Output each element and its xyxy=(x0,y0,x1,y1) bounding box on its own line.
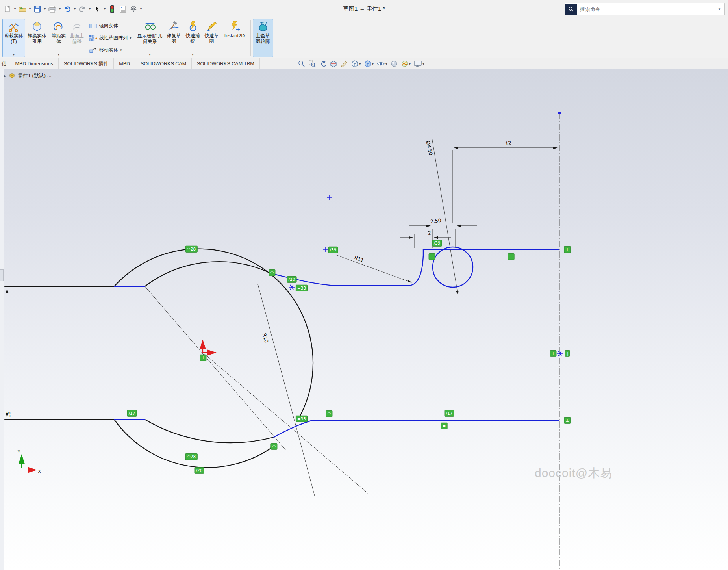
dimension-lines[interactable] xyxy=(7,148,557,417)
task-pane-button[interactable] xyxy=(118,3,128,15)
display-style-button[interactable]: ▾ xyxy=(364,60,374,68)
sketch-origin[interactable] xyxy=(202,340,216,353)
sketch-point-asterisk[interactable] xyxy=(557,351,563,356)
tab-solidworks-cam[interactable]: SOLIDWORKS CAM xyxy=(135,58,192,69)
relation-badge[interactable]: =33 xyxy=(296,285,308,291)
relation-badge[interactable]: ◠28 xyxy=(185,453,198,460)
sketch-point-plus[interactable] xyxy=(323,247,328,252)
search-box[interactable]: ▾ xyxy=(565,3,725,15)
blue-bottom-line[interactable] xyxy=(274,420,559,437)
chevron-down-icon[interactable]: ▾ xyxy=(409,62,411,66)
equal-relation-badge[interactable]: = xyxy=(441,423,448,429)
outer-top-arc[interactable] xyxy=(114,249,313,416)
relation-badge[interactable]: ⊥ xyxy=(550,350,556,357)
relation-badge[interactable]: ∕20 xyxy=(195,467,204,474)
sketch-point-asterisk[interactable] xyxy=(289,285,295,290)
relation-badge[interactable]: =33 xyxy=(296,416,308,422)
surface-offset-button[interactable]: 曲面上偏移 xyxy=(69,19,85,57)
chevron-down-icon[interactable]: ▾ xyxy=(43,7,47,11)
relation-badge[interactable]: ∕39 xyxy=(328,247,338,253)
tab-solidworks-addins[interactable]: SOLIDWORKS 插件 xyxy=(59,58,114,69)
outer-bottom-arc[interactable] xyxy=(114,420,274,468)
profile-blue-geometry[interactable] xyxy=(114,247,559,437)
diameter-leader-line[interactable] xyxy=(432,138,458,295)
repair-sketch-button[interactable]: 修复草图 xyxy=(165,19,183,57)
relation-badge[interactable]: ◠28 xyxy=(185,246,198,253)
display-delete-relations-button[interactable]: 显示/删除几何关系 ▾ xyxy=(135,19,165,57)
chevron-down-icon[interactable]: ▾ xyxy=(88,7,92,11)
equal-relation-badge[interactable]: = xyxy=(508,253,515,260)
diameter-construction-line[interactable] xyxy=(145,286,286,450)
origin-relation-badge[interactable]: ⊥ xyxy=(200,355,206,361)
annotation-view-button[interactable] xyxy=(340,60,348,68)
tab-evaluate[interactable]: 估 xyxy=(0,58,10,69)
inner-top-arc[interactable] xyxy=(145,262,271,286)
dimension-15[interactable]: 15 xyxy=(6,411,11,418)
chevron-down-icon[interactable]: ▾ xyxy=(385,62,387,66)
new-document-button[interactable] xyxy=(2,3,13,15)
chevron-down-icon[interactable]: ▾ xyxy=(13,52,15,56)
tangent-relation-badge[interactable]: ◠ xyxy=(270,443,277,450)
construction-lines[interactable] xyxy=(145,138,458,497)
feature-tree-root[interactable]: ▶ 零件1 (默认) ... xyxy=(3,72,52,79)
previous-view-button[interactable] xyxy=(319,60,327,68)
relation-badge[interactable]: ⊥ xyxy=(564,246,571,253)
parallel-relation-badge[interactable]: ∥ xyxy=(565,350,570,357)
edit-appearance-button[interactable] xyxy=(390,60,398,68)
search-input[interactable] xyxy=(579,6,717,13)
convert-entities-button[interactable]: 转换实体引用 xyxy=(25,19,49,57)
tangent-relation-badge[interactable]: ◠ xyxy=(269,269,275,276)
chevron-down-icon[interactable]: ▾ xyxy=(28,7,32,11)
sketch-canvas[interactable]: Y X xyxy=(0,69,728,570)
tab-solidworks-cam-tbm[interactable]: SOLIDWORKS CAM TBM xyxy=(192,58,260,69)
tab-mbd[interactable]: MBD xyxy=(114,58,135,69)
mirror-entities-button[interactable]: 镜向实体 xyxy=(87,22,133,30)
rebuild-button[interactable] xyxy=(107,3,117,15)
rapid-sketch-button[interactable]: 快速草图 xyxy=(203,19,221,57)
chevron-down-icon[interactable]: ▾ xyxy=(717,7,721,11)
chevron-down-icon[interactable]: ▾ xyxy=(149,52,151,56)
move-entities-button[interactable]: 移动实体 ▾ xyxy=(87,46,133,54)
instant2d-button[interactable]: Instant2D xyxy=(221,19,248,57)
print-button[interactable] xyxy=(47,3,57,15)
chevron-down-icon[interactable]: ▾ xyxy=(103,7,107,11)
sketch-point-marks[interactable] xyxy=(289,195,563,356)
open-button[interactable] xyxy=(17,3,28,15)
dimension-2[interactable]: 2 xyxy=(428,230,432,236)
tangent-relation-badge[interactable]: ◠ xyxy=(326,410,332,417)
dimension-12[interactable]: 12 xyxy=(505,140,512,147)
quick-snaps-button[interactable]: 快速捕捉 ▾ xyxy=(183,19,203,57)
apply-scene-button[interactable]: ▾ xyxy=(401,60,411,68)
chevron-down-icon[interactable]: ▾ xyxy=(13,7,17,11)
section-view-button[interactable] xyxy=(330,60,337,68)
profile-black-geometry[interactable] xyxy=(5,249,313,468)
graphics-area[interactable]: Y X 15 12 Ø4.50 2.50 2 R11 R10 ◠28 ∕39 ∕… xyxy=(0,69,728,570)
view-settings-button[interactable]: ▾ xyxy=(413,60,424,68)
small-circle[interactable] xyxy=(433,247,473,287)
save-button[interactable] xyxy=(32,3,43,15)
r10-construction-line[interactable] xyxy=(258,284,315,497)
tab-mbd-dimensions[interactable]: MBD Dimensions xyxy=(10,58,59,69)
chevron-down-icon[interactable]: ▾ xyxy=(139,7,143,11)
zoom-fit-button[interactable] xyxy=(298,60,306,68)
radial-construction-line[interactable] xyxy=(203,353,368,494)
chevron-down-icon[interactable]: ▾ xyxy=(192,52,194,56)
inner-bottom-arc[interactable] xyxy=(145,420,274,443)
relation-badge[interactable]: ∕17 xyxy=(127,410,137,417)
chevron-down-icon[interactable]: ▾ xyxy=(372,62,374,66)
equal-relation-badge[interactable]: = xyxy=(429,253,435,260)
chevron-down-icon[interactable]: ▾ xyxy=(58,52,60,56)
chevron-down-icon[interactable]: ▾ xyxy=(120,48,122,52)
panel-splitter-handle[interactable] xyxy=(0,269,4,281)
linear-sketch-pattern-button[interactable]: 线性草图阵列 ▾ xyxy=(87,34,133,42)
sketch-point-plus[interactable] xyxy=(327,195,332,200)
view-orientation-button[interactable]: ▾ xyxy=(351,60,361,68)
relation-badge[interactable]: ∕39 xyxy=(432,240,442,247)
chevron-down-icon[interactable]: ▾ xyxy=(73,7,77,11)
chevron-down-icon[interactable]: ▾ xyxy=(130,36,132,40)
trim-entities-button[interactable]: 剪裁实体(T) ▾ xyxy=(2,19,25,57)
select-button[interactable] xyxy=(92,3,102,15)
relation-badge[interactable]: ∕20 xyxy=(287,276,297,283)
relation-badge[interactable]: ∕17 xyxy=(445,410,454,417)
undo-button[interactable] xyxy=(62,3,72,15)
